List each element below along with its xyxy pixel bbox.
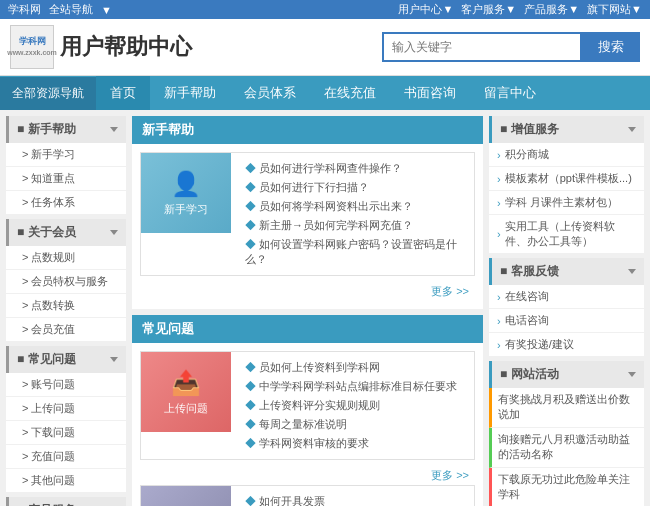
collapse-icon: [110, 127, 118, 132]
upload-link-3[interactable]: 上传资料评分实规则规则: [245, 396, 470, 415]
product-service-link[interactable]: 产品服务▼: [524, 2, 579, 17]
top-bar-left: 学科网 全站导航 ▼: [8, 2, 112, 17]
help-link-5[interactable]: 如何设置学科网账户密码？设置密码是什么？: [245, 235, 470, 269]
search-input[interactable]: [382, 32, 582, 62]
sidebar-faq-label: ■ 常见问题: [17, 351, 76, 368]
help-card-image-charge: 💳 充值问题: [141, 486, 231, 506]
logo: 学科网www.zxxk.com 用户帮助中心: [10, 25, 192, 69]
upload-link-4[interactable]: 每周之量标准说明: [245, 415, 470, 434]
section-body-faq: 📤 上传问题 员如何上传资料到学科网 中学学科网学科站点编排标准目标任要求 上传…: [132, 343, 483, 506]
page-title: 用户帮助中心: [60, 32, 192, 62]
sidebar-member-label: ■ 关于会员: [17, 224, 76, 241]
right-item-template[interactable]: 模板素材（ppt课件模板...): [489, 167, 644, 191]
sub-site-link[interactable]: 旗下网站▼: [587, 2, 642, 17]
right-valueadd-label: ■ 增值服务: [500, 121, 559, 138]
left-sidebar: ■ 新手帮助 > 新手学习 > 知道重点 > 任务体系 ■ 关于会员 > 点数规…: [6, 116, 126, 506]
right-activity-label: ■ 网站活动: [500, 366, 559, 383]
help-link-4[interactable]: 新主册→员如何完学科网充值？: [245, 216, 470, 235]
charge-link-1[interactable]: 如何开具发票: [245, 492, 470, 506]
sidebar-section-member: ■ 关于会员 > 点数规则 > 会员特权与服务 > 点数转换 > 会员充值: [6, 219, 126, 342]
upload-link-5[interactable]: 学科网资料审核的要求: [245, 434, 470, 453]
nav-item-membership[interactable]: 会员体系: [230, 76, 310, 110]
sidebar-item-keypoints[interactable]: > 知道重点: [6, 167, 126, 191]
help-card-content-newhelp: 员如何进行学科网查件操作？ 员如何进行下行扫描？ 员如何将学科网资料出示出来？ …: [241, 153, 474, 275]
right-item-monthly[interactable]: 学科 月课件主素材包）: [489, 191, 644, 215]
right-title-valueadd[interactable]: ■ 增值服务: [489, 116, 644, 143]
sidebar-title-faq[interactable]: ■ 常见问题: [6, 346, 126, 373]
user-center-link[interactable]: 用户中心▼: [398, 2, 453, 17]
nav-item-newhelp[interactable]: 新手帮助: [150, 76, 230, 110]
sidebar-title-newhelp[interactable]: ■ 新手帮助: [6, 116, 126, 143]
nav-item-forum[interactable]: 留言中心: [470, 76, 550, 110]
collapse-icon-member: [110, 230, 118, 235]
site-guide[interactable]: 全站导航: [49, 2, 93, 17]
right-item-mall[interactable]: 积分商城: [489, 143, 644, 167]
collapse-service-icon: [628, 269, 636, 274]
main-nav: 全部资源导航 首页 新手帮助 会员体系 在线充值 书面咨询 留言中心: [0, 76, 650, 110]
section-faq: 常见问题 📤 上传问题 员如何上传资料到学科网 中学学科网学科站点编排标准目标任…: [132, 315, 483, 506]
nav-guide-label: 全部资源导航: [12, 85, 84, 102]
section-body-newhelp: 👤 新手学习 员如何进行学科网查件操作？ 员如何进行下行扫描？ 员如何将学科网资…: [132, 144, 483, 309]
sidebar-item-download[interactable]: > 下载问题: [6, 421, 126, 445]
section-newhelp: 新手帮助 👤 新手学习 员如何进行学科网查件操作？ 员如何进行下行扫描？ 员如何…: [132, 116, 483, 309]
sidebar-item-newstudy[interactable]: > 新手学习: [6, 143, 126, 167]
more-upload-link[interactable]: 更多 >>: [431, 469, 469, 481]
sidebar-item-other[interactable]: > 其他问题: [6, 469, 126, 493]
nav-item-consult[interactable]: 书面咨询: [390, 76, 470, 110]
nav-item-home[interactable]: 首页: [96, 76, 150, 110]
right-sidebar: ■ 增值服务 积分商城 模板素材（ppt课件模板...) 学科 月课件主素材包）…: [489, 116, 644, 506]
section-header-newhelp: 新手帮助: [132, 116, 483, 144]
sidebar-item-charge[interactable]: > 充值问题: [6, 445, 126, 469]
right-item-tool[interactable]: 实用工具（上传资料软件、办公工具等）: [489, 215, 644, 254]
center-content: 新手帮助 👤 新手学习 员如何进行学科网查件操作？ 员如何进行下行扫描？ 员如何…: [132, 116, 483, 506]
collapse-valueadd-icon: [628, 127, 636, 132]
right-title-service[interactable]: ■ 客服反馈: [489, 258, 644, 285]
sidebar-item-convert[interactable]: > 点数转换: [6, 294, 126, 318]
help-card-upload: 📤 上传问题 员如何上传资料到学科网 中学学科网学科站点编排标准目标任要求 上传…: [140, 351, 475, 460]
section-header-faq: 常见问题: [132, 315, 483, 343]
right-section-valueadd: ■ 增值服务 积分商城 模板素材（ppt课件模板...) 学科 月课件主素材包）…: [489, 116, 644, 254]
help-card-newhelp: 👤 新手学习 员如何进行学科网查件操作？ 员如何进行下行扫描？ 员如何将学科网资…: [140, 152, 475, 276]
sidebar-item-tasks[interactable]: > 任务体系: [6, 191, 126, 215]
main-content: ■ 新手帮助 > 新手学习 > 知道重点 > 任务体系 ■ 关于会员 > 点数规…: [0, 110, 650, 506]
nav-item-recharge[interactable]: 在线充值: [310, 76, 390, 110]
card-label-upload: 上传问题: [164, 401, 208, 416]
right-item-suggestion[interactable]: 有奖投递/建议: [489, 333, 644, 357]
help-card-image-upload: 📤 上传问题: [141, 352, 231, 432]
right-title-activity[interactable]: ■ 网站活动: [489, 361, 644, 388]
nav-items: 首页 新手帮助 会员体系 在线充值 书面咨询 留言中心: [96, 76, 550, 110]
sidebar-product-label: ■ 产品服务: [17, 502, 76, 506]
collapse-activity-icon: [628, 372, 636, 377]
sidebar-title-product[interactable]: ■ 产品服务: [6, 497, 126, 506]
search-area: 搜索: [382, 32, 640, 62]
card-label-newhelp: 新手学习: [164, 202, 208, 217]
site-name: 学科网: [8, 2, 41, 17]
sidebar-item-points[interactable]: > 点数规则: [6, 246, 126, 270]
right-item-phone-consult[interactable]: 电话咨询: [489, 309, 644, 333]
logo-image: 学科网www.zxxk.com: [10, 25, 54, 69]
activity-item-3[interactable]: 下载原无功过此危险单关注学科: [489, 468, 644, 506]
upload-link-1[interactable]: 员如何上传资料到学科网: [245, 358, 470, 377]
help-link-3[interactable]: 员如何将学科网资料出示出来？: [245, 197, 470, 216]
help-link-1[interactable]: 员如何进行学科网查件操作？: [245, 159, 470, 178]
sidebar-item-recharge-member[interactable]: > 会员充值: [6, 318, 126, 342]
customer-service-link[interactable]: 客户服务▼: [461, 2, 516, 17]
right-service-label: ■ 客服反馈: [500, 263, 559, 280]
upload-link-2[interactable]: 中学学科网学科站点编排标准目标任要求: [245, 377, 470, 396]
sidebar-section-faq: ■ 常见问题 > 账号问题 > 上传问题 > 下载问题 > 充值问题 > 其他问…: [6, 346, 126, 493]
activity-item-1[interactable]: 有奖挑战月积及赠送出价数说加: [489, 388, 644, 428]
collapse-icon-faq: [110, 357, 118, 362]
right-item-online-consult[interactable]: 在线咨询: [489, 285, 644, 309]
activity-item-2[interactable]: 询接赠元八月积邀活动助益的活动名称: [489, 428, 644, 468]
search-button[interactable]: 搜索: [582, 32, 640, 62]
sidebar-item-account[interactable]: > 账号问题: [6, 373, 126, 397]
sidebar-section-product: ■ 产品服务 > 同步课 > 备课通 > 学易宝 > 名师资源库 > 问道: [6, 497, 126, 506]
more-newhelp-link[interactable]: 更多 >>: [431, 285, 469, 297]
sidebar-title-label: ■ 新手帮助: [17, 121, 76, 138]
nav-guide[interactable]: 全部资源导航: [0, 77, 96, 110]
help-link-2[interactable]: 员如何进行下行扫描？: [245, 178, 470, 197]
sidebar-item-privileges[interactable]: > 会员特权与服务: [6, 270, 126, 294]
right-section-activity: ■ 网站活动 有奖挑战月积及赠送出价数说加 询接赠元八月积邀活动助益的活动名称 …: [489, 361, 644, 506]
sidebar-title-member[interactable]: ■ 关于会员: [6, 219, 126, 246]
sidebar-item-upload[interactable]: > 上传问题: [6, 397, 126, 421]
